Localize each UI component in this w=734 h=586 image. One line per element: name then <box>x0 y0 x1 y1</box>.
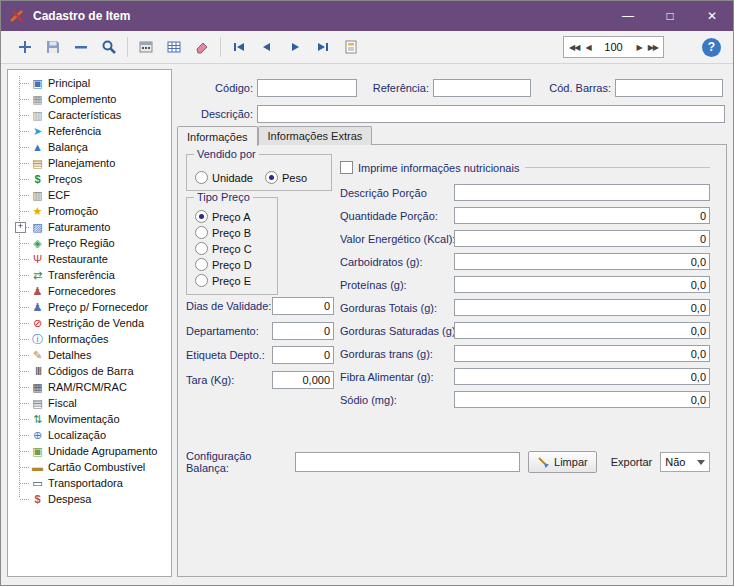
tab-informacoes[interactable]: Informações <box>177 126 258 146</box>
search-button[interactable] <box>95 34 123 60</box>
pager-next-button[interactable]: ▶ <box>634 43 645 52</box>
imprime-nutricionais-checkbox[interactable]: Imprime informações nutricionais <box>340 161 519 174</box>
departamento-input[interactable] <box>272 322 334 340</box>
sidebar-item-fornecedores[interactable]: ♟Fornecedores <box>8 283 171 299</box>
tara-input[interactable] <box>272 371 334 389</box>
quantidade-porcao-input[interactable] <box>454 207 710 224</box>
dias-validade-input[interactable] <box>272 297 334 315</box>
calculator-button[interactable] <box>132 34 160 60</box>
radio-preco-a[interactable]: Preço A <box>195 210 277 223</box>
last-record-button[interactable] <box>309 34 337 60</box>
etiqueta-depto-input[interactable] <box>272 346 334 364</box>
pager-value[interactable]: 100 <box>594 41 634 53</box>
codigo-input[interactable] <box>257 79 357 97</box>
tab-bar: Informações Informações Extras <box>177 126 372 145</box>
new-record-button[interactable] <box>11 34 39 60</box>
sidebar-item-detalhes[interactable]: ✎Detalhes <box>8 347 171 363</box>
radio-unidade[interactable]: Unidade <box>195 171 253 184</box>
proteinas-input[interactable] <box>454 276 710 293</box>
fornecedores-icon: ♟ <box>30 286 45 297</box>
valor-energetico-input[interactable] <box>454 230 710 247</box>
tab-panel: Vendido por Unidade Peso Tipo Preço Preç… <box>177 144 727 577</box>
proteinas-label: Proteínas (g): <box>340 279 454 291</box>
config-balanca-input[interactable] <box>295 452 520 472</box>
descricao-porcao-input[interactable] <box>454 184 710 201</box>
pager-first-button[interactable]: ◀◀ <box>566 43 582 52</box>
limpar-button[interactable]: Limpar <box>528 451 597 473</box>
radio-preco-e[interactable]: Preço E <box>195 274 277 287</box>
sidebar-item-restaurante[interactable]: ΨRestaurante <box>8 251 171 267</box>
carboidratos-input[interactable] <box>454 253 710 270</box>
sidebar-item-cartao-combustivel[interactable]: ▬Cartão Combustível <box>8 459 171 475</box>
tab-informacoes-extras[interactable]: Informações Extras <box>258 126 373 145</box>
pager-last-button[interactable]: ▶▶ <box>645 43 661 52</box>
sidebar-item-despesa[interactable]: $Despesa <box>8 491 171 507</box>
close-button[interactable]: ✕ <box>691 1 733 31</box>
expand-icon[interactable]: + <box>15 222 26 233</box>
fiscal-icon: ▤ <box>30 398 45 409</box>
save-button[interactable] <box>39 34 67 60</box>
sidebar-item-ecf[interactable]: ▥ECF <box>8 187 171 203</box>
sidebar-item-preco-regiao[interactable]: ◈Preço Região <box>8 235 171 251</box>
gorduras-saturadas-row: Gorduras Saturadas (g): <box>340 319 710 342</box>
gorduras-saturadas-input[interactable] <box>454 322 710 339</box>
dias-validade-label: Dias de Validade: <box>186 300 271 312</box>
sidebar-item-unidade-agrupamento[interactable]: ▣Unidade Agrupamento <box>8 443 171 459</box>
sidebar-item-caracteristicas[interactable]: ▥Características <box>8 107 171 123</box>
radio-selected-icon <box>195 210 208 223</box>
prev-record-button[interactable] <box>253 34 281 60</box>
exportar-select[interactable]: Não <box>660 452 710 472</box>
sidebar-item-preco-fornecedor[interactable]: ♟Preço p/ Fornecedor <box>8 299 171 315</box>
sidebar-item-restricao-venda[interactable]: ⊘Restrição de Venda <box>8 315 171 331</box>
gorduras-totais-input[interactable] <box>454 299 710 316</box>
radio-preco-b[interactable]: Preço B <box>195 226 277 239</box>
help-button[interactable]: ? <box>702 38 721 57</box>
sodio-label: Sódio (mg): <box>340 394 454 406</box>
sidebar-item-fiscal[interactable]: ▤Fiscal <box>8 395 171 411</box>
sodio-row: Sódio (mg): <box>340 388 710 411</box>
first-record-icon <box>231 39 247 55</box>
clear-button[interactable] <box>188 34 216 60</box>
descricao-input[interactable] <box>257 105 725 123</box>
minimize-button[interactable]: — <box>607 1 649 31</box>
referencia-input[interactable] <box>433 79 531 97</box>
grid-view-button[interactable] <box>160 34 188 60</box>
report-button[interactable] <box>337 34 365 60</box>
sidebar-item-principal[interactable]: ▣Principal <box>8 75 171 91</box>
sidebar-item-informacoes[interactable]: ⓘInformações <box>8 331 171 347</box>
detalhes-icon: ✎ <box>30 350 45 361</box>
sidebar-item-transportadora[interactable]: ▭Transportadora <box>8 475 171 491</box>
sidebar-item-planejamento[interactable]: ▤Planejamento <box>8 155 171 171</box>
pager-prev-button[interactable]: ◀ <box>582 43 593 52</box>
grid-icon <box>166 39 182 55</box>
delete-record-button[interactable] <box>67 34 95 60</box>
nutrition-header: Imprime informações nutricionais <box>340 161 710 174</box>
sidebar-item-referencia[interactable]: ➤Referência <box>8 123 171 139</box>
first-record-button[interactable] <box>225 34 253 60</box>
sodio-input[interactable] <box>454 391 710 408</box>
sidebar-item-promocao[interactable]: ★Promoção <box>8 203 171 219</box>
sidebar-item-ram-rcm-rac[interactable]: ▦RAM/RCM/RAC <box>8 379 171 395</box>
radio-preco-d[interactable]: Preço D <box>195 258 277 271</box>
restricao-venda-icon: ⊘ <box>30 318 45 329</box>
radio-label: Preço D <box>212 259 252 271</box>
gorduras-totais-label: Gorduras Totais (g): <box>340 302 454 314</box>
sidebar-item-localizacao[interactable]: ⊕Localização <box>8 427 171 443</box>
sidebar-item-movimentacao[interactable]: ⇅Movimentação <box>8 411 171 427</box>
radio-peso[interactable]: Peso <box>265 171 307 184</box>
sidebar-item-transferencia[interactable]: ⇄Transferência <box>8 267 171 283</box>
sidebar-item-codigos-barra[interactable]: ‖‖Códigos de Barra <box>8 363 171 379</box>
app-window: Cadastro de Item — □ ✕ <box>0 0 734 586</box>
sidebar-item-label: Restaurante <box>48 253 108 265</box>
sidebar-item-faturamento[interactable]: +▨Faturamento <box>8 219 171 235</box>
sidebar-item-precos[interactable]: $Preços <box>8 171 171 187</box>
sidebar-item-complemento[interactable]: ▦Complemento <box>8 91 171 107</box>
gorduras-trans-input[interactable] <box>454 345 710 362</box>
fibra-alimentar-input[interactable] <box>454 368 710 385</box>
radio-preco-c[interactable]: Preço C <box>195 242 277 255</box>
sidebar-item-label: Planejamento <box>48 157 115 169</box>
cod-barras-input[interactable] <box>615 79 723 97</box>
next-record-button[interactable] <box>281 34 309 60</box>
sidebar-item-balanca[interactable]: ▲Balança <box>8 139 171 155</box>
maximize-button[interactable]: □ <box>649 1 691 31</box>
